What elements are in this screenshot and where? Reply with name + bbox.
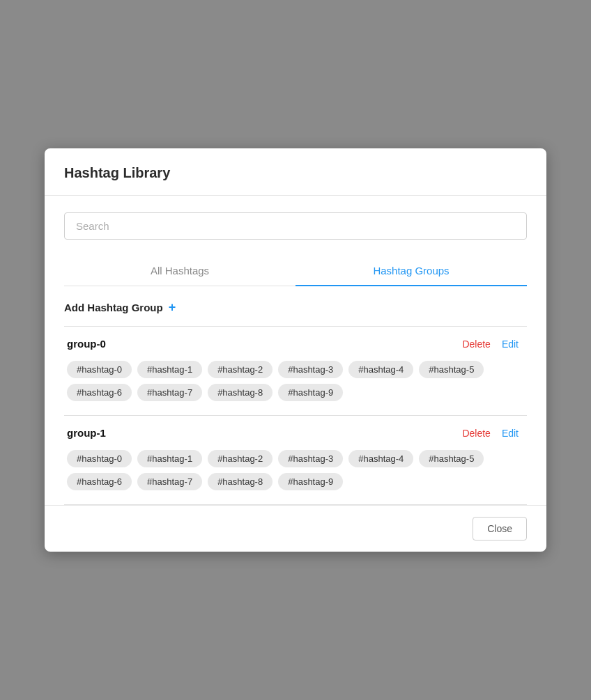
- tabs-container: All Hashtags Hashtag Groups: [64, 256, 527, 286]
- hashtag-chip-0-5: #hashtag-5: [419, 361, 484, 378]
- tab-all-hashtags[interactable]: All Hashtags: [64, 256, 296, 286]
- modal-title: Hashtag Library: [64, 165, 527, 181]
- group-header-1: group-1 Delete Edit: [67, 427, 524, 439]
- hashtag-chip-0-2: #hashtag-2: [208, 361, 273, 378]
- tab-hashtag-groups[interactable]: Hashtag Groups: [296, 256, 527, 286]
- hashtags-grid-1: #hashtag-0#hashtag-1#hashtag-2#hashtag-3…: [67, 450, 524, 490]
- group-item-0: group-0 Delete Edit #hashtag-0#hashtag-1…: [64, 327, 527, 416]
- modal-footer: Close: [45, 505, 546, 552]
- group-edit-button-0[interactable]: Edit: [502, 339, 519, 350]
- hashtag-chip-0-6: #hashtag-6: [67, 384, 132, 401]
- hashtag-chip-1-0: #hashtag-0: [67, 450, 132, 467]
- hashtag-chip-0-7: #hashtag-7: [137, 384, 202, 401]
- hashtag-chip-0-0: #hashtag-0: [67, 361, 132, 378]
- group-delete-button-1[interactable]: Delete: [462, 428, 490, 439]
- hashtag-library-modal: Hashtag Library All Hashtags Hashtag Gro…: [45, 148, 546, 552]
- hashtag-chip-1-2: #hashtag-2: [208, 450, 273, 467]
- group-item-1: group-1 Delete Edit #hashtag-0#hashtag-1…: [64, 416, 527, 505]
- group-name-0: group-0: [67, 338, 462, 350]
- hashtag-chip-1-3: #hashtag-3: [278, 450, 343, 467]
- add-group-label: Add Hashtag Group: [64, 302, 163, 313]
- modal-body: All Hashtags Hashtag Groups Add Hashtag …: [45, 196, 546, 505]
- hashtag-chip-1-9: #hashtag-9: [278, 473, 343, 490]
- hashtag-chip-0-8: #hashtag-8: [208, 384, 273, 401]
- tab-content-hashtag-groups: Add Hashtag Group + group-0 Delete Edit …: [64, 286, 527, 505]
- group-header-0: group-0 Delete Edit: [67, 338, 524, 350]
- hashtags-grid-0: #hashtag-0#hashtag-1#hashtag-2#hashtag-3…: [67, 361, 524, 401]
- close-button[interactable]: Close: [473, 517, 527, 540]
- add-group-row: Add Hashtag Group +: [64, 300, 527, 315]
- hashtag-chip-1-5: #hashtag-5: [419, 450, 484, 467]
- groups-scroll-area[interactable]: group-0 Delete Edit #hashtag-0#hashtag-1…: [64, 326, 527, 505]
- hashtag-chip-0-3: #hashtag-3: [278, 361, 343, 378]
- group-name-1: group-1: [67, 427, 462, 439]
- hashtag-chip-1-7: #hashtag-7: [137, 473, 202, 490]
- hashtag-chip-1-6: #hashtag-6: [67, 473, 132, 490]
- hashtag-chip-0-4: #hashtag-4: [348, 361, 413, 378]
- hashtag-chip-1-1: #hashtag-1: [137, 450, 202, 467]
- hashtag-chip-0-1: #hashtag-1: [137, 361, 202, 378]
- search-container: [64, 212, 527, 240]
- hashtag-chip-1-4: #hashtag-4: [348, 450, 413, 467]
- hashtag-chip-0-9: #hashtag-9: [278, 384, 343, 401]
- add-group-icon[interactable]: +: [169, 300, 176, 315]
- group-delete-button-0[interactable]: Delete: [462, 339, 490, 350]
- modal-header: Hashtag Library: [45, 148, 546, 196]
- hashtag-chip-1-8: #hashtag-8: [208, 473, 273, 490]
- search-input[interactable]: [64, 212, 527, 240]
- group-edit-button-1[interactable]: Edit: [502, 428, 519, 439]
